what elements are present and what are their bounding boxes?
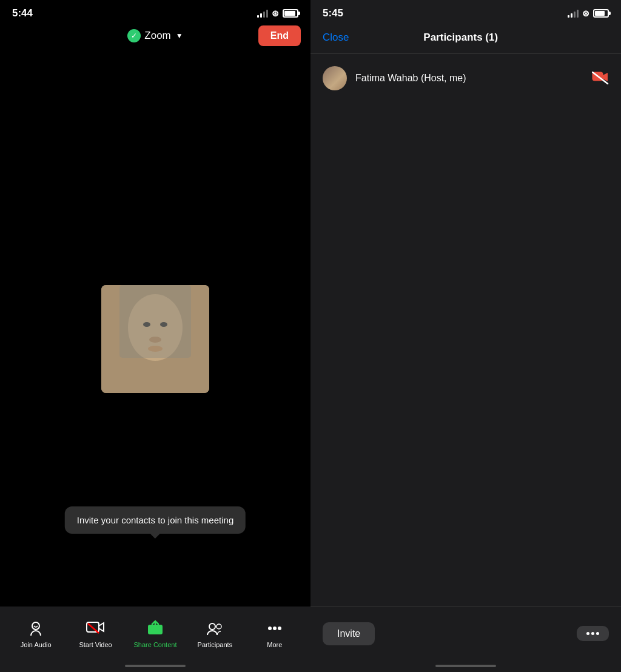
status-bar-left: 5:44 ⊛ xyxy=(0,0,310,24)
time-right: 5:45 xyxy=(323,7,343,19)
share-content-label: Share Content xyxy=(134,641,177,648)
join-audio-button[interactable]: Join Audio xyxy=(12,619,60,648)
status-icons-right: ⊛ xyxy=(568,8,609,18)
status-bar-right: 5:45 ⊛ xyxy=(310,0,621,24)
participants-list: Fatima Wahab (Host, me) xyxy=(310,54,621,606)
zoom-label: Zoom xyxy=(144,30,170,42)
svg-point-0 xyxy=(32,622,39,630)
chevron-down-icon: ▼ xyxy=(176,32,183,40)
invite-button[interactable]: Invite xyxy=(323,622,375,645)
more-label: More xyxy=(267,641,282,648)
participants-icon xyxy=(205,619,224,638)
svg-point-4 xyxy=(209,623,215,630)
battery-icon-left xyxy=(283,9,298,18)
share-content-button[interactable]: Share Content xyxy=(131,619,180,648)
invite-tooltip-text: Invite your contacts to join this meetin… xyxy=(77,515,233,525)
home-indicator-left xyxy=(0,660,310,672)
zoom-shield-icon: ✓ xyxy=(127,29,141,42)
join-audio-label: Join Audio xyxy=(21,641,52,648)
avatar-face xyxy=(323,66,347,90)
avatar xyxy=(323,66,347,90)
dot-2 xyxy=(591,632,594,635)
more-dots-button[interactable] xyxy=(577,626,609,641)
participant-video xyxy=(101,285,209,393)
video-area: Invite your contacts to join this meetin… xyxy=(0,47,310,606)
video-off-icon xyxy=(592,72,609,85)
top-bar-left: ✓ Zoom ▼ End xyxy=(0,24,310,47)
right-toolbar: Invite xyxy=(310,606,621,660)
time-left: 5:44 xyxy=(12,7,33,19)
wifi-icon-right: ⊛ xyxy=(582,8,589,18)
join-audio-icon xyxy=(26,619,45,638)
home-bar-right xyxy=(435,665,496,667)
participants-title: Participants (1) xyxy=(423,32,498,44)
participants-header: Close Participants (1) xyxy=(310,24,621,54)
participant-row[interactable]: Fatima Wahab (Host, me) xyxy=(310,59,621,98)
zoom-badge[interactable]: ✓ Zoom ▼ xyxy=(127,29,183,42)
dot-3 xyxy=(596,632,599,635)
participants-button[interactable]: Participants xyxy=(190,619,239,648)
participant-face xyxy=(101,285,209,393)
close-button[interactable]: Close xyxy=(323,32,349,44)
svg-point-8 xyxy=(278,627,281,630)
right-panel: 5:45 ⊛ Close Participants (1) Fatima Wah… xyxy=(310,0,621,672)
more-button[interactable]: More xyxy=(250,619,299,648)
home-indicator-right xyxy=(310,660,621,672)
end-button[interactable]: End xyxy=(258,25,301,46)
svg-point-7 xyxy=(273,627,277,630)
more-icon xyxy=(265,619,284,638)
invite-tooltip: Invite your contacts to join this meetin… xyxy=(65,506,246,534)
battery-icon-right xyxy=(593,9,609,18)
participants-label: Participants xyxy=(198,641,232,648)
home-bar-left xyxy=(125,665,186,667)
participant-name: Fatima Wahab (Host, me) xyxy=(355,73,583,84)
svg-point-5 xyxy=(217,624,221,629)
dot-1 xyxy=(586,632,589,635)
start-video-label: Start Video xyxy=(79,641,112,648)
svg-point-6 xyxy=(268,627,272,630)
left-panel: 5:44 ⊛ ✓ Zoom ▼ End Invite your contacts… xyxy=(0,0,310,672)
start-video-button[interactable]: Start Video xyxy=(72,619,120,648)
status-icons-left: ⊛ xyxy=(257,8,298,18)
start-video-icon xyxy=(86,619,106,638)
wifi-icon-left: ⊛ xyxy=(272,8,279,18)
share-content-icon xyxy=(146,619,165,638)
toolbar-left: Join Audio Start Video Share Content xyxy=(0,606,310,660)
signal-icon-left xyxy=(257,9,268,18)
signal-icon-right xyxy=(568,9,579,18)
